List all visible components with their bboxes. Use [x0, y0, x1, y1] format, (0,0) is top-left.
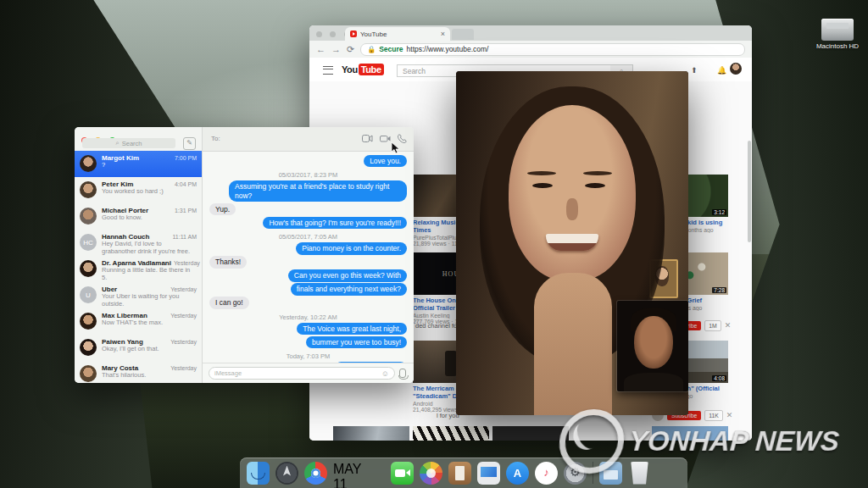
back-icon[interactable]: ← — [316, 45, 326, 54]
dock: MAY11 — [240, 458, 687, 488]
address-bar[interactable]: 🔒 Secure https://www.youtube.com/ — [360, 43, 745, 56]
forward-icon[interactable]: → — [331, 45, 341, 54]
message-preview: Now THAT's the max. — [102, 319, 197, 327]
outgoing-bubble[interactable]: finals and everything next week? — [291, 283, 407, 296]
video-thumbnail[interactable] — [413, 426, 489, 441]
video-card[interactable]: Superior the Movie19,862 views · 2 years… — [492, 426, 569, 441]
caller-eye — [585, 183, 605, 188]
outgoing-bubble[interactable]: Assuming you're at a friend's place to s… — [229, 180, 407, 202]
video-duration-badge: 4:08 — [712, 375, 726, 381]
outgoing-bubble[interactable]: Can you even go this week? With — [288, 269, 407, 282]
conversation-item[interactable]: Mary CostaYesterdayThat's hilarious. — [75, 361, 202, 383]
video-thumbnail[interactable]: 6:36 — [333, 426, 409, 441]
microphone-icon[interactable] — [399, 369, 406, 378]
message-thread[interactable]: Love you.05/03/2017, 8:23 PMAssuming you… — [203, 151, 414, 363]
subscriber-count: 1M — [704, 320, 721, 331]
youtube-logo-you: You — [342, 64, 358, 75]
conversation-body: Michael Porter1:31 PMGood to know. — [102, 207, 197, 222]
message-row: Thanks! — [209, 256, 407, 269]
facetime-call-window[interactable] — [456, 71, 688, 415]
video-meta: months ago — [683, 227, 728, 233]
message-row: Piano money is on the counter. — [209, 242, 407, 255]
dismiss-icon[interactable]: ✕ — [725, 321, 732, 330]
dock-separator — [593, 462, 593, 484]
conversation-item[interactable]: HCHannah Couch11:11 AMHey David, I'd lov… — [75, 230, 202, 256]
to-label: To: — [211, 135, 220, 142]
video-card[interactable]: 1:45:13g Proposal VideosTop100Everything… — [652, 426, 728, 441]
dock-icon-launchpad[interactable] — [275, 462, 298, 485]
conversation-item[interactable]: Margot Kim7:00 PM? — [75, 151, 202, 177]
dock-icon-trash[interactable] — [628, 462, 651, 485]
menu-icon[interactable] — [323, 66, 333, 75]
contact-name: Hannah Couch — [102, 233, 149, 241]
dock-icon-facetime[interactable] — [391, 462, 414, 485]
dock-icon-finder[interactable] — [247, 462, 270, 485]
dock-icon-screen[interactable] — [477, 462, 500, 485]
conversation-time: 11:11 AM — [172, 234, 197, 240]
upload-icon[interactable]: ⬆ — [691, 66, 698, 75]
desktop-icon-macintosh-hd[interactable]: Macintosh HD — [807, 19, 868, 50]
compose-button[interactable]: ✎ — [183, 137, 196, 150]
dock-icon-chrome[interactable] — [304, 462, 327, 485]
video-title[interactable]: r kid is using — [683, 219, 728, 227]
video-call-icon[interactable] — [380, 134, 391, 143]
outgoing-bubble[interactable]: Love you. — [364, 155, 407, 168]
conversation-item[interactable]: Paiwen YangYesterdayOkay, I'll get on th… — [75, 335, 202, 361]
youtube-account-avatar[interactable] — [730, 63, 742, 75]
video-title[interactable]: gh" (Official — [683, 385, 728, 393]
lock-icon: 🔒 — [367, 46, 376, 53]
video-card[interactable]: Classical Music RPurePlusTotalPlusRelaxi… — [413, 426, 489, 441]
video-title[interactable]: f Grief — [683, 297, 728, 305]
dock-icon-appstore[interactable] — [506, 462, 529, 485]
conversation-search-input[interactable]: ⌕ Search — [82, 138, 175, 148]
browser-scrollbar[interactable] — [748, 141, 751, 242]
incoming-bubble[interactable]: I can go! — [209, 297, 249, 309]
video-thumbnail[interactable] — [492, 426, 569, 441]
messages-titlebar[interactable]: ⌕ Search ✎ — [75, 127, 202, 151]
dock-icon-prefs[interactable] — [564, 462, 587, 485]
new-tab-button[interactable] — [452, 29, 474, 40]
dock-icon-messages[interactable] — [362, 462, 385, 485]
outgoing-bubble[interactable]: The Voice was great last night, — [297, 323, 407, 336]
window-minimize-button[interactable] — [330, 31, 336, 37]
incoming-bubble[interactable]: Yup. — [209, 203, 236, 216]
reload-icon[interactable]: ⟳ — [347, 45, 354, 54]
outgoing-bubble[interactable]: Piano money is on the counter. — [296, 242, 407, 255]
video-card[interactable]: 6:36Nuganeesh8151,711 views · 10 years a… — [333, 426, 409, 441]
contact-name: Dr. Aparna Vadlamani — [102, 259, 171, 267]
facetime-camera-icon[interactable] — [362, 134, 373, 143]
tab-close-icon[interactable]: × — [441, 30, 445, 38]
conversation-item[interactable]: Peter Kim4:04 PMYou worked so hard ;) — [75, 177, 202, 203]
conversation-item[interactable]: UUberYesterdayYour Uber is waiting for y… — [75, 282, 202, 308]
conversation-list: Margot Kim7:00 PM?Peter Kim4:04 PMYou wo… — [75, 151, 202, 383]
video-thumbnail[interactable]: 1:45:13 — [652, 426, 728, 441]
conversation-item[interactable]: Dr. Aparna VadlamaniYesterdayRunning a l… — [75, 256, 202, 282]
browser-tab-youtube[interactable]: YouTube × — [345, 27, 450, 41]
conversation-time: Yesterday — [170, 339, 197, 345]
caller-eye — [532, 183, 553, 188]
outgoing-bubble[interactable]: How's that going? I'm sure you're ready!… — [263, 217, 407, 230]
search-placeholder: Search — [122, 140, 142, 147]
dock-icon-calendar[interactable]: MAY11 — [333, 462, 356, 485]
caller-neck — [534, 273, 612, 415]
dismiss-icon[interactable]: ✕ — [726, 411, 733, 419]
youtube-logo[interactable]: You Tube — [342, 64, 384, 75]
imessage-input[interactable]: iMessage ☺ — [209, 367, 395, 380]
contact-name: Uber — [102, 286, 117, 293]
dock-icon-contacts[interactable] — [448, 462, 471, 485]
contact-avatar — [80, 155, 97, 172]
notifications-bell-icon[interactable]: 🔔 — [717, 66, 726, 75]
message-row: finals and everything next week? — [209, 283, 407, 296]
outgoing-bubble[interactable]: bummer you were too busy! — [306, 336, 407, 349]
incoming-bubble[interactable]: Thanks! — [209, 256, 247, 269]
facetime-self-view[interactable] — [617, 301, 688, 391]
conversation-time: Yesterday — [170, 365, 197, 371]
window-close-button[interactable] — [316, 31, 322, 37]
dock-icon-itunes[interactable] — [535, 462, 558, 485]
dock-icon-downloads[interactable] — [599, 462, 622, 485]
dock-icon-photos[interactable] — [420, 462, 442, 485]
conversation-item[interactable]: Michael Porter1:31 PMGood to know. — [75, 203, 202, 230]
emoji-icon[interactable]: ☺ — [381, 369, 389, 378]
conversation-item[interactable]: Max LibermanYesterdayNow THAT's the max. — [75, 308, 202, 335]
calendar-day: 11 — [333, 477, 356, 488]
